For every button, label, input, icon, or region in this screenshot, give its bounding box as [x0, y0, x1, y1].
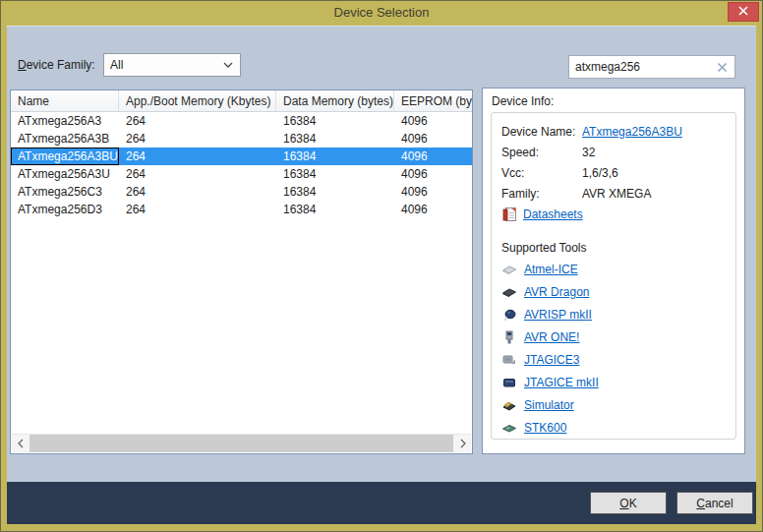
- ok-button[interactable]: OK: [590, 492, 667, 514]
- table-body: ATxmega256A3264163844096ATxmega256A3B264…: [11, 112, 472, 218]
- chevron-down-icon: [223, 62, 240, 68]
- device-value-cell: 4096: [394, 148, 472, 165]
- field-label: Speed:: [501, 146, 582, 159]
- tool-item: AVR ONE!: [501, 329, 730, 345]
- column-header-2[interactable]: Data Memory (bytes): [276, 90, 394, 111]
- table-row[interactable]: ATxmega256A3B264163844096: [11, 130, 472, 148]
- device-info-field: Family:AVR XMEGA: [501, 183, 730, 204]
- close-icon: [738, 5, 748, 19]
- device-value-cell: 16384: [276, 112, 394, 130]
- pdf-icon: [501, 207, 517, 222]
- device-value-cell: 4096: [394, 201, 472, 218]
- clear-search-icon[interactable]: [713, 62, 734, 73]
- device-family-value: All: [104, 58, 223, 72]
- field-value: 1,6/3,6: [582, 166, 618, 180]
- stk600-icon: [501, 420, 517, 436]
- button-bar: OK Cancel: [7, 482, 756, 524]
- tool-link[interactable]: STK600: [524, 421, 566, 435]
- device-name-cell: ATxmega256A3BU: [11, 148, 119, 165]
- device-info-field: Speed:32: [501, 142, 730, 162]
- table-row[interactable]: ATxmega256D3264163844096: [11, 201, 472, 218]
- jtagice-mkii-icon: [501, 375, 517, 390]
- tool-link[interactable]: JTAGICE mkII: [524, 376, 599, 389]
- tool-item: AVRISP mkII: [501, 307, 730, 323]
- device-value-cell: 16384: [276, 201, 394, 218]
- field-label: Vcc:: [501, 166, 582, 180]
- avrisp-mkii-icon: [501, 307, 517, 323]
- tool-item: STK600: [501, 420, 730, 436]
- device-value-cell: 264: [119, 165, 276, 183]
- device-name-link[interactable]: ATxmega256A3BU: [582, 125, 682, 139]
- table-row[interactable]: ATxmega256C3264163844096: [11, 183, 472, 201]
- scrollbar-thumb[interactable]: [29, 435, 453, 452]
- device-value-cell: 16384: [276, 130, 394, 148]
- device-info-panel: Device Info: Device Name:ATxmega256A3BUS…: [482, 88, 745, 454]
- device-family-select[interactable]: All: [103, 53, 241, 77]
- datasheets-link[interactable]: Datasheets: [523, 207, 583, 221]
- device-info-field: Vcc:1,6/3,6: [501, 162, 730, 183]
- table-header-row: NameApp./Boot Memory (Kbytes)Data Memory…: [11, 90, 472, 112]
- horizontal-scrollbar[interactable]: [12, 434, 471, 452]
- table-row[interactable]: ATxmega256A3U264163844096: [11, 165, 472, 183]
- table-row[interactable]: ATxmega256A3264163844096: [11, 112, 472, 130]
- scroll-left-icon[interactable]: [12, 435, 29, 452]
- device-value-cell: 264: [119, 112, 276, 130]
- field-value: AVR XMEGA: [582, 187, 651, 201]
- avr-one-icon: [501, 329, 517, 345]
- tool-item: JTAGICE mkII: [501, 375, 730, 390]
- jtagice3-icon: [501, 352, 517, 368]
- tool-item: AVR Dragon: [501, 284, 730, 300]
- supported-tools-list: Atmel-ICEAVR DragonAVRISP mkIIAVR ONE!JT…: [501, 262, 730, 436]
- dialog-content: Device Family: All NameApp./Boot Memory …: [7, 26, 756, 482]
- device-value-cell: 264: [119, 201, 276, 218]
- device-value-cell: 16384: [276, 183, 394, 201]
- tool-link[interactable]: Simulator: [524, 398, 574, 412]
- tool-link[interactable]: AVRISP mkII: [524, 308, 592, 322]
- tool-link[interactable]: AVR ONE!: [524, 330, 579, 344]
- close-button[interactable]: [728, 2, 759, 22]
- tool-link[interactable]: Atmel-ICE: [524, 263, 578, 276]
- table-row[interactable]: ATxmega256A3BU264163844096: [11, 148, 472, 165]
- device-name-cell: ATxmega256D3: [11, 201, 119, 218]
- device-search-box: [568, 55, 735, 79]
- search-input[interactable]: [569, 60, 713, 74]
- device-value-cell: 264: [119, 130, 276, 148]
- tool-item: Simulator: [501, 397, 730, 413]
- simulator-icon: [501, 397, 517, 413]
- device-value-cell: 4096: [394, 165, 472, 183]
- avr-dragon-icon: [501, 284, 517, 300]
- device-name-cell: ATxmega256A3: [11, 112, 119, 130]
- datasheets-row: Datasheets: [501, 204, 730, 225]
- device-name-cell: ATxmega256C3: [11, 183, 119, 201]
- device-value-cell: 4096: [394, 130, 472, 148]
- device-info-field: Device Name:ATxmega256A3BU: [501, 121, 730, 142]
- device-selection-dialog: Device Selection Device Family: All Name…: [0, 0, 763, 532]
- tool-item: Atmel-ICE: [501, 262, 730, 277]
- field-value: 32: [582, 146, 595, 159]
- device-value-cell: 264: [119, 148, 276, 165]
- device-info-fields: Device Name:ATxmega256A3BUSpeed:32Vcc:1,…: [501, 121, 730, 204]
- window-title: Device Selection: [0, 0, 763, 25]
- device-info-box: Device Name:ATxmega256A3BUSpeed:32Vcc:1,…: [491, 112, 736, 440]
- device-value-cell: 4096: [394, 183, 472, 201]
- tool-item: JTAGICE3: [501, 352, 730, 368]
- column-header-1[interactable]: App./Boot Memory (Kbytes): [119, 90, 276, 111]
- device-value-cell: 4096: [394, 112, 472, 130]
- title-bar[interactable]: Device Selection: [0, 0, 763, 26]
- device-value-cell: 16384: [276, 148, 394, 165]
- device-family-label: Device Family:: [18, 58, 95, 72]
- device-table: NameApp./Boot Memory (Kbytes)Data Memory…: [10, 89, 473, 454]
- device-value-cell: 264: [119, 183, 276, 201]
- column-header-0[interactable]: Name: [11, 90, 119, 111]
- scroll-right-icon[interactable]: [454, 435, 471, 452]
- column-header-3[interactable]: EEPROM (bytes): [394, 90, 472, 111]
- device-name-cell: ATxmega256A3U: [11, 165, 119, 183]
- atmel-ice-icon: [501, 262, 517, 277]
- cancel-button[interactable]: Cancel: [676, 492, 753, 514]
- tool-link[interactable]: JTAGICE3: [524, 353, 579, 367]
- device-name-cell: ATxmega256A3B: [11, 130, 119, 148]
- tool-link[interactable]: AVR Dragon: [524, 285, 589, 299]
- device-info-title: Device Info:: [483, 89, 744, 108]
- supported-tools-title: Supported Tools: [501, 241, 730, 255]
- field-label: Device Name:: [501, 125, 582, 139]
